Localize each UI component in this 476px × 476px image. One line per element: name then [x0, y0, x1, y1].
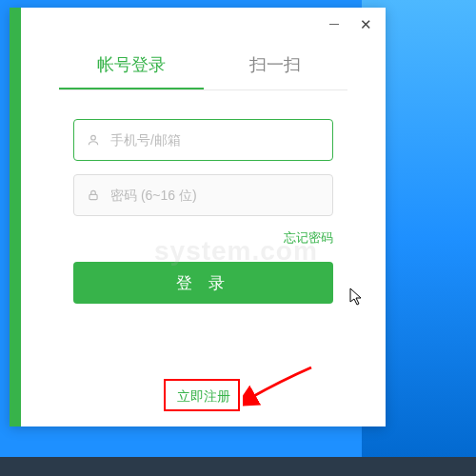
password-field-wrapper[interactable] — [73, 174, 333, 216]
username-input[interactable] — [110, 132, 323, 148]
password-input[interactable] — [110, 188, 323, 203]
window-body: ✕ 帐号登录 扫一扫 — [21, 8, 386, 426]
close-button[interactable]: ✕ — [360, 17, 372, 31]
window-accent-strip — [10, 8, 21, 426]
window-controls: ✕ — [329, 17, 372, 31]
login-button[interactable]: 登 录 — [73, 262, 333, 304]
lock-icon — [84, 188, 103, 202]
user-icon — [84, 133, 103, 147]
register-link[interactable]: 立即注册 — [21, 388, 386, 406]
login-window: ✕ 帐号登录 扫一扫 — [10, 8, 386, 426]
forgot-password-link[interactable]: 忘记密码 — [73, 229, 333, 247]
login-form: 忘记密码 登 录 — [21, 90, 386, 304]
svg-point-0 — [91, 135, 96, 140]
tab-account-login[interactable]: 帐号登录 — [59, 53, 204, 89]
tab-scan-login[interactable]: 扫一扫 — [204, 53, 348, 89]
login-tabs: 帐号登录 扫一扫 — [21, 53, 386, 89]
svg-rect-1 — [89, 194, 97, 199]
minimize-button[interactable] — [329, 24, 339, 26]
username-field-wrapper[interactable] — [73, 119, 333, 161]
taskbar[interactable] — [0, 457, 476, 476]
